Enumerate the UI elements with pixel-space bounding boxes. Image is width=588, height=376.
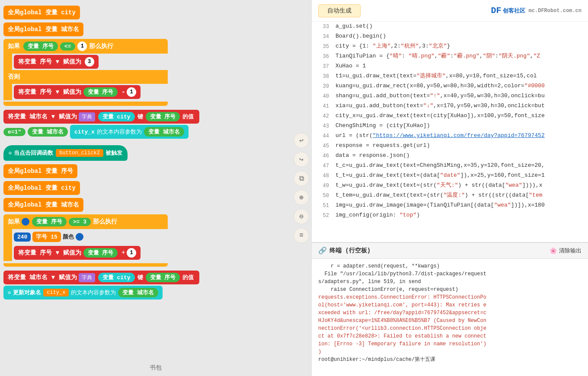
bottom-label: 书包 xyxy=(150,364,162,372)
terminal-icon: 🔗 xyxy=(318,246,327,255)
update-text-block: city_x 的文本内容参数为 变量 城市名 xyxy=(70,125,189,139)
dict-badge: 字典 xyxy=(79,112,95,121)
minus-1-val: 1 xyxy=(127,87,136,97)
global3-block: 全局global 变量 序号 xyxy=(3,163,286,179)
if-block-top: 如果 变量 序号 <= 1 那么执行 xyxy=(3,39,168,54)
global-cityname: 全局global 变量 城市名 xyxy=(3,22,83,36)
tab-auto-generate[interactable]: 自动生成 xyxy=(318,4,361,17)
undo-button[interactable]: ↩ xyxy=(294,133,309,148)
df-text: DF xyxy=(491,6,502,16)
update2-block: ⊖ 更新对象名 city_x 的文本内容参数为 变量 城市名 xyxy=(3,286,163,300)
code-line-46: 46 data = response.json() xyxy=(312,151,588,161)
clear-icon: 🌸 xyxy=(550,247,557,255)
plus-1-val: 1 xyxy=(127,248,136,258)
redo-button[interactable]: ↪ xyxy=(294,152,309,167)
code-line-47: 47 t_c=u_gui.draw_text(text=ChengShiMing… xyxy=(312,161,588,171)
global-seq: 全局global 变量 序号 xyxy=(3,164,77,178)
brand-name: 创客社区 xyxy=(503,7,525,15)
var-seq4-pill: 变量 序号 xyxy=(32,217,67,226)
var-cityname-pill: 变量 城市名 xyxy=(28,127,68,137)
code-line-48: 48 t_t=u_gui.draw_text(text=(data["date"… xyxy=(312,171,588,181)
code-line-52: 52 img_config(origin: "top") xyxy=(312,210,588,220)
code-line-45: 45 response = requests.get(url) xyxy=(312,141,588,151)
var-cityname2-pill: 变量 城市名 xyxy=(144,127,184,137)
global-cityname2: 全局global 变量 城市名 xyxy=(3,198,83,212)
terminal-title: 🔗 终端 (行空板) xyxy=(318,246,371,255)
right-header: 自动生成 DF 创客社区 mc.DFRobot.com.cn xyxy=(312,0,588,22)
code-line-41: 41 xia=u_gui.add_button(text="↓",x=170,y… xyxy=(312,101,588,111)
val-one: 1 xyxy=(77,41,87,51)
code-line-51: 51 img=u_gui.draw_image(image=(TianQiTuP… xyxy=(312,201,588,210)
global4-block: 全局global 变量 city xyxy=(3,180,286,196)
gte-pill: >= 3 xyxy=(69,218,91,226)
blocks-canvas[interactable]: 全局global 变量 city 全局global 变量 城市名 如果 变量 序… xyxy=(0,0,290,363)
set-cityname2-block: 将变量 城市名 ▼ 赋值为 字典 变量 city 键 变量 序号 的值 xyxy=(3,271,199,284)
copy-button[interactable]: ⧉ xyxy=(294,171,309,186)
code-line-34: 34 Board().begin() xyxy=(312,32,588,41)
num-240-block: 240 xyxy=(14,233,31,242)
global-city2: 全局global 变量 city xyxy=(3,181,80,195)
right-panel: 自动生成 DF 创客社区 mc.DFRobot.com.cn 33 a_gui.… xyxy=(311,0,588,376)
set-seq-plus-block: 将变量 序号 ▼ 赋值为 变量 序号 + 1 xyxy=(14,246,141,260)
else-block: 否则 xyxy=(3,70,168,84)
update2-row: ⊖ 更新对象名 city_x 的文本内容参数为 变量 城市名 xyxy=(3,286,286,300)
code-line-37: 37 XuHao = 1 xyxy=(312,61,588,71)
global-city: 全局global 变量 city xyxy=(3,6,80,19)
zoom-in-button[interactable]: ⊕ xyxy=(294,190,309,205)
code-line-40: 40 shang=u_gui.add_button(text="↑",x=40,… xyxy=(312,91,588,101)
terminal-header: 🔗 终端 (行空板) 🌸 清除输出 xyxy=(312,243,588,259)
code-line-49: 49 t_w=u_gui.draw_text(text=(str("天气:") … xyxy=(312,181,588,191)
global5-block: 全局global 变量 城市名 xyxy=(3,197,286,213)
set-var-3-block: 将变量 序号 ▼ 赋值为 3 xyxy=(14,55,99,69)
code-line-43: 43 ChengShiMing = (city[XuHao]) xyxy=(312,121,588,131)
var-seq-pill: 变量 序号 xyxy=(23,41,58,51)
code-line-36: 36 TianQiTuPian = {"晴": "晴.png","霾":"霾.p… xyxy=(312,51,588,61)
if2-block-top: 如果 变量 序号 >= 3 那么执行 xyxy=(3,214,168,229)
color-circle xyxy=(76,233,83,241)
tools-sidebar: ↩ ↪ ⧉ ⊕ ⊖ ≡ xyxy=(294,133,309,243)
val-3: 3 xyxy=(85,57,94,67)
var-city-pill: 变量 city xyxy=(98,112,135,121)
var-seq3-pill: 变量 序号 xyxy=(146,112,180,121)
code-line-38: 38 t1=u_gui.draw_text(text="选择城市",x=80,y… xyxy=(312,71,588,81)
code-line-39: 39 kuang=u_gui.draw_rect(x=80,y=50,w=80,… xyxy=(312,81,588,91)
update-cityx-row: e=1" 变量 城市名 city_x 的文本内容参数为 变量 城市名 xyxy=(3,125,286,139)
if2-block-bottom xyxy=(3,263,168,267)
terminal-content: r = adapter.send(request, **kwargs) File… xyxy=(312,259,588,376)
more-button[interactable]: ≡ xyxy=(294,228,309,243)
code-area: 33 a_gui.set() 34 Board().begin() 35 cit… xyxy=(312,22,588,242)
code-line-33: 33 a_gui.set() xyxy=(312,22,588,32)
brand-url: mc.DFRobot.com.cn xyxy=(529,8,582,14)
code-line-50: 50 t_tem=u_gui.draw_text(text=(str("温度:"… xyxy=(312,191,588,201)
zoom-out-button[interactable]: ⊖ xyxy=(294,209,309,224)
blocks-panel: 全局global 变量 city 全局global 变量 城市名 如果 变量 序… xyxy=(0,0,311,376)
code-line-42: 42 city_x=u_gui.draw_text(text=(city[XuH… xyxy=(312,111,588,121)
brand-logo: DF 创客社区 mc.DFRobot.com.cn xyxy=(491,6,582,16)
code-line-35: 35 city = {1: "上海",2:"杭州",3:"北京"} xyxy=(312,41,588,51)
e1-pill: e=1" xyxy=(3,128,26,136)
if-block-bottom xyxy=(3,102,168,106)
var-seq2-pill: 变量 序号 xyxy=(83,87,118,97)
terminal-panel: 🔗 终端 (行空板) 🌸 清除输出 r = adapter.send(reque… xyxy=(312,242,588,376)
btn-name-badge: button_click2 xyxy=(56,149,103,157)
set-cityname-row: 将变量 城市名 ▼ 赋值为 字典 变量 city 键 变量 序号 的值 xyxy=(3,110,286,124)
lte-pill: <= xyxy=(60,42,76,51)
clear-output-button[interactable]: 🌸 清除输出 xyxy=(550,247,582,255)
set-cityname-block: 将变量 城市名 ▼ 赋值为 字典 变量 city 键 变量 序号 的值 xyxy=(3,110,199,124)
char-15-block: 字号 15 xyxy=(32,232,61,242)
code-line-44: 44 url = (str("https://www.yiketianqi.co… xyxy=(312,131,588,141)
global-cityname-block: 全局global 变量 城市名 xyxy=(3,22,286,37)
click-handler-block: ⊖ 当点击回调函数 button_click2 被触发 xyxy=(3,145,128,161)
var-seq5-pill: 变量 序号 xyxy=(83,248,118,258)
set-cityname2-row: 将变量 城市名 ▼ 赋值为 字典 变量 city 键 变量 序号 的值 xyxy=(3,271,286,284)
set-var-minus-block: 将变量 序号 ▼ 赋值为 变量 序号 - 1 xyxy=(14,85,141,99)
global-city-block: 全局global 变量 city xyxy=(3,5,286,20)
